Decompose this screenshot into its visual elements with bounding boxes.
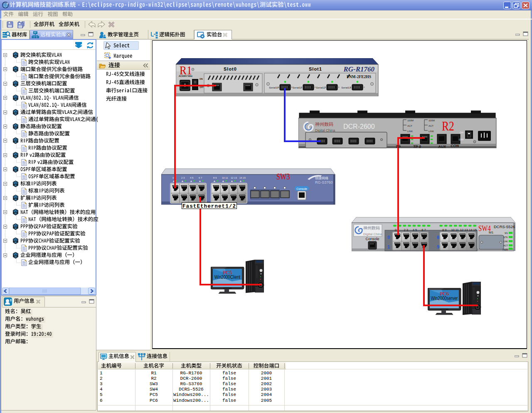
svg-text:8 9: 8 9 [213,177,217,179]
svg-text:12 13: 12 13 [231,177,237,179]
svg-text:4 5: 4 5 [190,177,194,179]
svg-text:14 15: 14 15 [239,177,246,179]
svg-text:10 11: 10 11 [222,177,228,179]
svg-text:2 3: 2 3 [181,177,185,179]
svg-text:6 7: 6 7 [199,177,202,179]
